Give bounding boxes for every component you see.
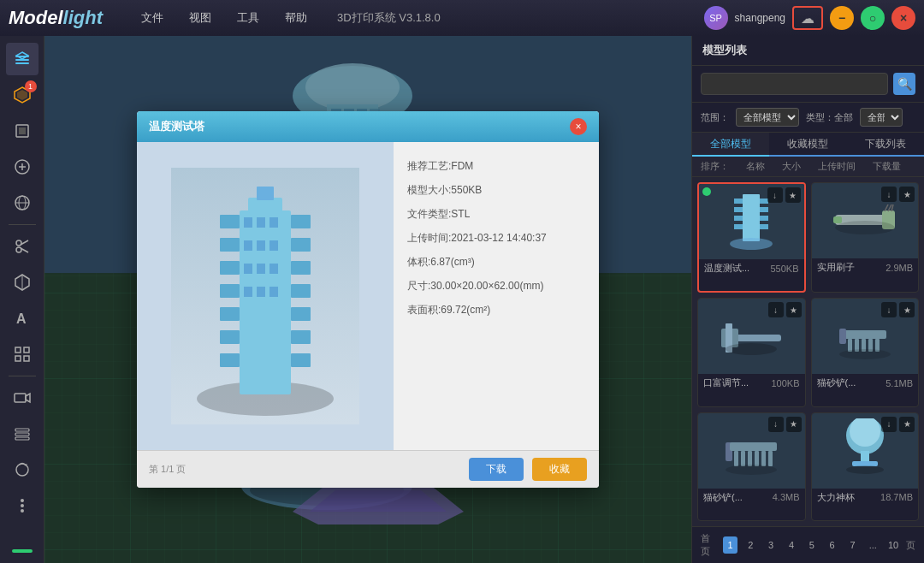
svg-point-91: [730, 238, 773, 250]
modal-close-button[interactable]: ×: [570, 118, 587, 135]
svg-rect-118: [768, 451, 773, 466]
sidebar-icon-video[interactable]: [6, 382, 38, 414]
modal-buttons: 下载 收藏: [469, 458, 587, 481]
model-card-5[interactable]: ↓ ★ 大力神杯 18.7MB: [811, 412, 920, 521]
card-actions-1: ↓ ★: [881, 187, 915, 202]
sort-by-name[interactable]: 名称: [746, 160, 765, 173]
sort-by-downloads[interactable]: 下载量: [873, 160, 901, 173]
page-2[interactable]: 2: [743, 536, 758, 554]
sidebar-icon-scissors[interactable]: [6, 230, 38, 263]
modal-header: 温度测试塔 ×: [137, 111, 599, 142]
detail-volume: 体积:6.87(cm³): [407, 252, 585, 272]
model-card-0[interactable]: ↓ ★ 温度测试... 550KB: [697, 182, 806, 293]
card-download-0[interactable]: ↓: [767, 187, 783, 203]
svg-rect-104: [839, 329, 846, 344]
svg-point-34: [21, 509, 24, 513]
card-download-1[interactable]: ↓: [881, 187, 897, 202]
sidebar-icon-text[interactable]: A: [6, 302, 38, 335]
model-card-2[interactable]: ↓ ★ 口富调节... 100KB: [697, 298, 806, 406]
page-6[interactable]: 6: [825, 536, 840, 554]
model-card-3[interactable]: ↓ ★ 猫砂铲(... 5.1MB: [811, 298, 920, 406]
notification-badge: 1: [25, 80, 37, 92]
page-4[interactable]: 4: [784, 536, 799, 554]
maximize-button[interactable]: ○: [861, 6, 885, 30]
card-star-2[interactable]: ★: [786, 302, 802, 317]
page-3[interactable]: 3: [763, 536, 779, 554]
svg-point-33: [21, 504, 24, 507]
svg-rect-143: [257, 217, 265, 228]
sort-by-size[interactable]: 大小: [782, 160, 801, 173]
sidebar-icon-layers[interactable]: [6, 43, 38, 75]
svg-rect-148: [244, 264, 252, 274]
sidebar-icon-sphere[interactable]: [6, 187, 38, 219]
search-input[interactable]: [701, 73, 888, 95]
sidebar-icon-add[interactable]: [6, 151, 38, 183]
filter-scope[interactable]: 全部模型: [736, 108, 799, 127]
svg-point-30: [16, 464, 28, 476]
card-star-1[interactable]: ★: [899, 187, 915, 202]
minimize-button[interactable]: −: [830, 6, 854, 30]
detail-craft: 推荐工艺:FDM: [407, 156, 585, 176]
model-info-4: 猫砂铲(... 4.3MB: [698, 489, 805, 507]
card-download-3[interactable]: ↓: [881, 302, 897, 317]
sidebar-icon-cube[interactable]: [6, 115, 38, 147]
sidebar-icon-dots[interactable]: [6, 489, 38, 522]
svg-rect-141: [291, 353, 311, 367]
detail-filetype: 文件类型:STL: [407, 204, 585, 224]
svg-rect-88: [760, 216, 768, 221]
model-size-1: 2.9MB: [886, 263, 913, 273]
model-thumb-2: ↓ ★: [698, 299, 805, 374]
page-5[interactable]: 5: [804, 536, 820, 554]
card-download-2[interactable]: ↓: [768, 302, 784, 317]
card-star-4[interactable]: ★: [786, 417, 802, 432]
modal-collect-button[interactable]: 收藏: [532, 458, 587, 481]
model-name-4: 猫砂铲(...: [703, 491, 743, 504]
filter-label-1: 范围：: [701, 111, 729, 124]
sidebar: 1 A: [0, 36, 44, 563]
tab-downloads[interactable]: 下载列表: [847, 133, 924, 157]
card-download-5[interactable]: ↓: [881, 417, 897, 432]
menu-help[interactable]: 帮助: [285, 10, 307, 26]
card-star-5[interactable]: ★: [899, 417, 915, 432]
cloud-button[interactable]: ☁: [792, 6, 823, 30]
sidebar-icon-grid[interactable]: [6, 338, 38, 370]
svg-rect-23: [15, 356, 21, 361]
menu-tools[interactable]: 工具: [237, 10, 259, 26]
card-actions-3: ↓ ★: [881, 302, 915, 317]
card-star-0[interactable]: ★: [785, 187, 801, 203]
menu-view[interactable]: 视图: [189, 10, 211, 26]
sidebar-icon-stack[interactable]: [6, 418, 38, 450]
menu-file[interactable]: 文件: [141, 10, 163, 26]
sidebar-icon-rotate[interactable]: [6, 453, 38, 486]
right-panel: 模型列表 🔍 范围： 全部模型 类型：全部 全部 全部模型 收藏模型 下载列表 …: [691, 36, 924, 563]
svg-rect-25: [15, 394, 26, 402]
svg-rect-128: [220, 215, 240, 228]
sort-by-upload[interactable]: 上传时间: [818, 160, 856, 173]
page-10[interactable]: 10: [886, 536, 901, 554]
close-button[interactable]: ×: [891, 6, 915, 30]
svg-rect-21: [15, 347, 21, 353]
page-7[interactable]: 7: [845, 536, 861, 554]
username-label: shangpeng: [735, 12, 785, 24]
sidebar-icon-cube2[interactable]: [6, 266, 38, 299]
modal-download-button[interactable]: 下载: [469, 458, 524, 481]
svg-rect-144: [270, 217, 278, 228]
card-star-3[interactable]: ★: [899, 302, 915, 317]
tab-favorites[interactable]: 收藏模型: [769, 133, 846, 157]
sidebar-icon-shape[interactable]: 1: [6, 79, 38, 111]
tab-all-models[interactable]: 全部模型: [692, 133, 769, 157]
modal-footer: 第 1/1 页 下载 收藏: [137, 450, 599, 488]
panel-title: 模型列表: [702, 44, 747, 56]
app-logo: Modellight: [9, 7, 103, 29]
page-1[interactable]: 1: [723, 536, 738, 554]
detail-upload-time: 上传时间:2021-03-12 14:40:37: [407, 228, 585, 248]
model-info-3: 猫砂铲(... 5.1MB: [812, 374, 919, 392]
card-download-4[interactable]: ↓: [768, 417, 784, 432]
svg-point-124: [846, 465, 884, 474]
card-actions-2: ↓ ★: [768, 302, 802, 317]
filter-type[interactable]: 全部: [860, 108, 903, 127]
model-card-4[interactable]: ↓ ★ 猫砂铲(... 4.3MB: [697, 412, 806, 521]
model-card-1[interactable]: ↓ ★ 实用刷子 2.9MB: [811, 182, 920, 293]
svg-rect-89: [734, 224, 743, 229]
search-button[interactable]: 🔍: [893, 73, 915, 95]
